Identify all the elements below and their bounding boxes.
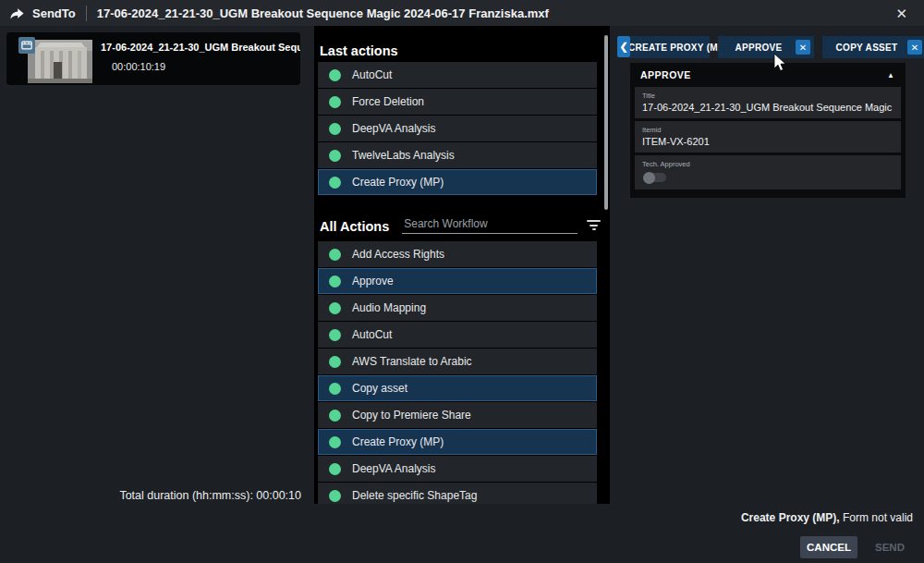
status-dot-icon <box>329 177 341 189</box>
remove-chip-icon[interactable]: ✕ <box>907 40 922 55</box>
close-icon[interactable]: ✕ <box>888 5 915 22</box>
action-row-aws-translate[interactable]: AWS Translate to Arabic <box>318 349 597 374</box>
workflow-column: Last actions AutoCut Force Deletion Deep… <box>314 26 610 504</box>
workflow-search <box>402 214 578 234</box>
status-dot-icon <box>329 356 341 368</box>
status-dot-icon <box>329 275 341 288</box>
chips-clip: CREATE PROXY (MP) ✕ APPROVE ✕ COPY ASSET… <box>630 36 924 58</box>
dialog-title: SendTo <box>32 6 76 20</box>
form-status-message: Create Proxy (MP), Form not valid <box>741 511 913 524</box>
all-actions-bar: All Actions <box>320 214 602 234</box>
column-scrollbar[interactable] <box>604 35 608 210</box>
action-row-autocut[interactable]: AutoCut <box>318 62 597 88</box>
total-duration-label: Total duration (hh:mm:ss): 00:00:10 <box>0 489 301 502</box>
status-dot-icon <box>329 302 341 314</box>
asset-card-text: 17-06-2024_21-21-30_UGM Breakout Sequenc… <box>101 32 300 85</box>
action-row-create-proxy-all[interactable]: Create Proxy (MP) <box>318 429 597 455</box>
status-dot-icon <box>329 69 341 81</box>
status-dot-icon <box>329 436 341 448</box>
selected-workflows-section: ❮ CREATE PROXY (MP) ✕ APPROVE ✕ COPY ASS… <box>610 26 924 504</box>
last-actions-header: Last actions <box>320 43 610 58</box>
tech-approved-toggle[interactable] <box>643 173 666 182</box>
asset-card-duration: 00:00:10:19 <box>101 61 300 72</box>
status-dot-icon <box>329 150 341 162</box>
action-row-delete-shapetag[interactable]: Delete specific ShapeTag <box>318 483 597 504</box>
status-dot-icon <box>329 329 341 341</box>
action-row-twelvelabs-analysis[interactable]: TwelveLabs Analysis <box>318 142 597 168</box>
chip-approve[interactable]: APPROVE ✕ <box>718 36 814 58</box>
status-dot-icon <box>329 96 341 108</box>
send-icon <box>9 6 25 21</box>
action-row-add-access-rights[interactable]: Add Access Rights <box>318 241 597 267</box>
sendto-dialog: SendTo 17-06-2024_21-21-30_UGM Breakout … <box>0 0 924 563</box>
toggle-knob <box>643 172 655 184</box>
action-row-deepva-all[interactable]: DeepVA Analysis <box>318 456 597 482</box>
action-row-audio-mapping[interactable]: Audio Mapping <box>318 295 597 321</box>
action-row-copy-asset[interactable]: Copy asset <box>318 375 597 401</box>
status-dot-icon <box>329 383 341 395</box>
chip-create-proxy[interactable]: CREATE PROXY (MP) ✕ <box>630 36 710 58</box>
search-input[interactable] <box>402 217 578 233</box>
asset-filename: 17-06-2024_21-21-30_UGM Breakout Sequenc… <box>97 6 549 20</box>
all-actions-header: All Actions <box>320 219 389 234</box>
status-dot-icon <box>329 249 341 261</box>
approve-panel-header[interactable]: APPROVE ▲ <box>635 63 901 87</box>
remove-chip-icon[interactable]: ✕ <box>796 40 810 55</box>
status-dot-icon <box>329 463 341 475</box>
action-row-copy-to-premiere[interactable]: Copy to Premiere Share <box>318 402 597 428</box>
action-row-create-proxy[interactable]: Create Proxy (MP) <box>318 169 597 195</box>
asset-thumbnail <box>28 40 92 83</box>
title-divider <box>86 6 87 21</box>
cancel-button[interactable]: CANCEL <box>800 536 857 558</box>
action-row-approve[interactable]: Approve <box>318 268 597 294</box>
approve-form-panel: APPROVE ▲ Title 17-06-2024_21-21-30_UGM … <box>630 63 906 198</box>
title-bar: SendTo 17-06-2024_21-21-30_UGM Breakout … <box>0 0 924 26</box>
asset-card-title: 17-06-2024_21-21-30_UGM Breakout Sequenc… <box>101 42 300 53</box>
status-dot-icon <box>329 123 341 135</box>
title-field[interactable]: Title 17-06-2024_21-21-30_UGM Breakout S… <box>635 87 901 118</box>
building-thumbnail-image <box>28 40 92 83</box>
selected-chips-row: ❮ CREATE PROXY (MP) ✕ APPROVE ✕ COPY ASS… <box>617 36 924 58</box>
asset-card: 17-06-2024_21-21-30_UGM Breakout Sequenc… <box>6 32 300 85</box>
dialog-content: 17-06-2024_21-21-30_UGM Breakout Sequenc… <box>0 26 924 563</box>
action-row-force-deletion[interactable]: Force Deletion <box>318 89 597 115</box>
itemid-field[interactable]: Itemid ITEM-VX-6201 <box>635 121 901 153</box>
action-row-deepva-analysis[interactable]: DeepVA Analysis <box>318 116 597 141</box>
tech-approved-field: Tech. Approved <box>635 155 901 190</box>
video-file-icon <box>18 37 35 54</box>
chips-scroll-left-button[interactable]: ❮ <box>617 36 630 57</box>
status-dot-icon <box>329 490 341 502</box>
chip-copy-asset[interactable]: COPY ASSET ✕ <box>822 36 924 58</box>
action-row-autocut-all[interactable]: AutoCut <box>318 322 597 348</box>
filter-icon[interactable] <box>587 220 601 230</box>
collapse-icon: ▲ <box>887 71 894 80</box>
send-button[interactable]: SEND <box>867 536 913 558</box>
status-dot-icon <box>329 410 341 422</box>
